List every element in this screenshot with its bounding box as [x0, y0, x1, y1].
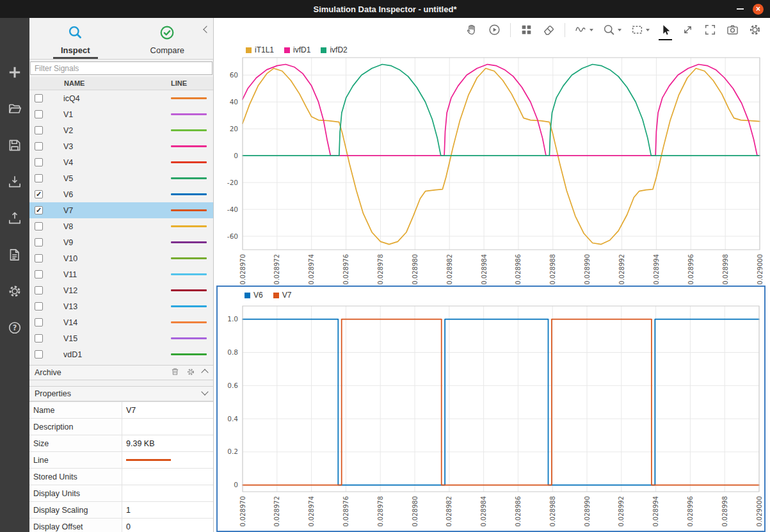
signal-checkbox[interactable] — [35, 350, 43, 359]
x-tick-label: 0.028978 — [377, 254, 384, 285]
property-row: Description — [29, 419, 213, 435]
signal-row-V3[interactable]: V3 — [29, 138, 213, 154]
y-tick-label: 0.4 — [227, 415, 238, 423]
signal-row-V4[interactable]: V4 — [29, 154, 213, 170]
open-folder-icon[interactable] — [5, 99, 24, 118]
signal-trace-icon[interactable] — [574, 22, 593, 38]
signal-row-V9[interactable]: V9 — [29, 234, 213, 250]
y-tick-label: 20 — [230, 125, 238, 133]
archive-section-header[interactable]: Archive — [29, 365, 213, 380]
signal-checkbox[interactable] — [35, 158, 43, 166]
signal-checkbox[interactable] — [35, 270, 43, 278]
property-value[interactable] — [122, 419, 213, 435]
x-tick-label: 0.028988 — [549, 254, 556, 285]
subplot-layout-icon[interactable] — [520, 22, 533, 38]
sidebar-collapse-chevron-icon[interactable] — [204, 23, 209, 35]
signal-line-swatch — [171, 273, 207, 275]
arrow-cursor-icon[interactable] — [659, 22, 672, 38]
archive-collapse-chevron-icon[interactable] — [202, 368, 207, 377]
pan-hand-icon[interactable] — [465, 22, 479, 38]
legend-swatch — [246, 47, 252, 53]
property-value[interactable]: 0 — [122, 519, 213, 532]
minimize-icon[interactable] — [737, 8, 744, 10]
signal-row-vdD1[interactable]: vdD1 — [29, 346, 213, 362]
signal-row-V14[interactable]: V14 — [29, 314, 213, 330]
signal-checkbox[interactable] — [35, 334, 43, 343]
import-icon[interactable] — [5, 172, 24, 191]
property-value[interactable]: V7 — [122, 402, 213, 418]
zoom-icon[interactable] — [602, 22, 622, 38]
plot-settings-gear-icon[interactable] — [748, 22, 762, 38]
property-value[interactable]: 1 — [122, 502, 213, 518]
signal-row-V11[interactable]: V11 — [29, 266, 213, 282]
export-icon[interactable] — [5, 209, 24, 228]
property-value[interactable] — [122, 485, 213, 501]
properties-section-header[interactable]: Properties — [29, 386, 213, 401]
series-V7 — [243, 319, 759, 485]
replay-icon[interactable] — [488, 22, 501, 38]
tab-inspect[interactable]: Inspect — [29, 18, 122, 59]
x-tick-label: 0.028970 — [239, 496, 246, 527]
signal-row-V13[interactable]: V13 — [29, 298, 213, 314]
property-value[interactable] — [122, 469, 213, 485]
signal-row-V15[interactable]: V15 — [29, 330, 213, 346]
signal-checkbox[interactable] — [35, 238, 43, 246]
signal-row-V1[interactable]: V1 — [29, 106, 213, 122]
signal-checkbox[interactable] — [35, 174, 43, 182]
add-icon[interactable] — [5, 63, 24, 82]
signal-checkbox[interactable]: ✓ — [35, 206, 43, 214]
signal-row-icQ4[interactable]: icQ4 — [29, 90, 213, 106]
signal-row-V6[interactable]: ✓V6 — [29, 186, 213, 202]
legend-item-ivfD2[interactable]: ivfD2 — [321, 45, 347, 54]
signal-checkbox[interactable] — [35, 318, 43, 326]
top-subplot[interactable]: iT1L1ivfD1ivfD2 0.0289700.0289720.028974… — [214, 42, 770, 286]
clear-plots-eraser-icon[interactable] — [542, 22, 556, 38]
x-tick-label: 0.028992 — [618, 496, 625, 527]
signal-checkbox[interactable]: ✓ — [35, 190, 43, 198]
preferences-gear-icon[interactable] — [5, 282, 24, 301]
signal-line-cell — [171, 145, 213, 147]
signal-line-swatch — [171, 145, 207, 147]
top-chart-canvas[interactable]: 0.0289700.0289720.0289740.0289760.028978… — [214, 42, 770, 286]
tab-compare[interactable]: Compare — [122, 18, 214, 59]
fit-to-view-icon[interactable] — [681, 22, 694, 38]
bottom-subplot-selected[interactable]: V6V7 0.0289700.0289720.0289740.0289760.0… — [216, 286, 766, 532]
close-icon[interactable]: × — [753, 4, 764, 15]
signal-row-V12[interactable]: V12 — [29, 282, 213, 298]
signal-row-V8[interactable]: V8 — [29, 218, 213, 234]
signal-checkbox[interactable] — [35, 142, 43, 150]
signal-checkbox[interactable] — [35, 110, 43, 118]
x-tick-label: 0.028996 — [687, 496, 694, 527]
legend-item-V6[interactable]: V6 — [245, 291, 263, 300]
signal-checkbox[interactable] — [35, 222, 43, 230]
fullscreen-icon[interactable] — [703, 22, 717, 38]
region-select-icon[interactable] — [630, 22, 650, 38]
legend-item-iT1L1[interactable]: iT1L1 — [246, 45, 274, 54]
property-value[interactable]: 9.39 KB — [122, 435, 213, 451]
signal-checkbox[interactable] — [35, 286, 43, 294]
properties-collapse-chevron-icon[interactable] — [202, 389, 207, 398]
filter-signals-input[interactable] — [30, 61, 213, 75]
signal-row-V5[interactable]: V5 — [29, 170, 213, 186]
signal-row-V10[interactable]: V10 — [29, 250, 213, 266]
report-icon[interactable] — [5, 245, 24, 264]
signal-line-cell — [171, 241, 213, 243]
property-value[interactable] — [122, 452, 213, 468]
signal-row-V7[interactable]: ✓V7 — [29, 202, 213, 218]
archive-gear-icon[interactable] — [186, 367, 195, 378]
signal-checkbox[interactable] — [35, 126, 43, 134]
signal-checkbox[interactable] — [35, 302, 43, 310]
snapshot-camera-icon[interactable] — [726, 22, 739, 38]
bottom-chart-canvas[interactable]: 0.0289700.0289720.0289740.0289760.028978… — [218, 287, 764, 529]
help-icon[interactable]: ? — [5, 318, 24, 337]
trash-icon[interactable] — [171, 367, 179, 378]
signal-row-V2[interactable]: V2 — [29, 122, 213, 138]
legend-item-V7[interactable]: V7 — [273, 291, 292, 300]
legend-swatch — [321, 47, 326, 53]
signal-checkbox[interactable] — [35, 254, 43, 262]
plot-toolbar — [214, 18, 770, 42]
save-icon[interactable] — [5, 136, 24, 155]
signal-line-cell — [171, 97, 213, 99]
legend-item-ivfD1[interactable]: ivfD1 — [284, 45, 310, 54]
signal-checkbox[interactable] — [35, 94, 43, 102]
